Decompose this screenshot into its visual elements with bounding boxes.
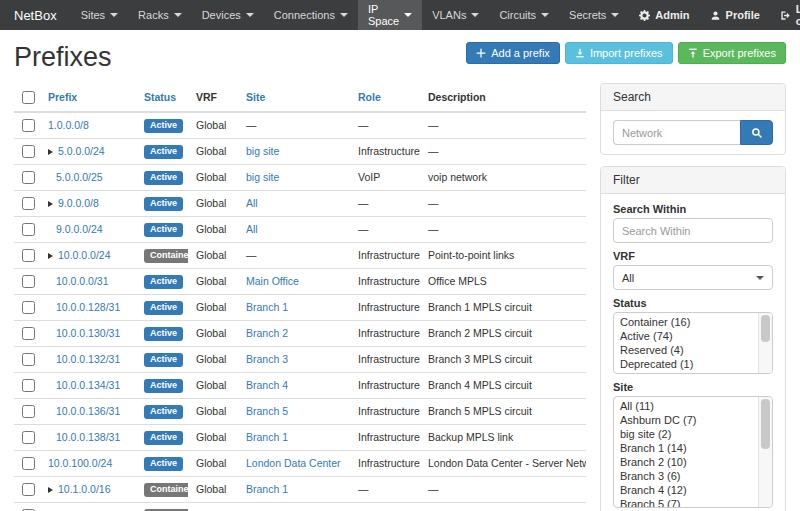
- role-cell: Infrastructure: [350, 502, 420, 511]
- column-sort-link[interactable]: Role: [358, 91, 381, 103]
- table-row: 5.0.0.0/24ActiveGlobalbig siteInfrastruc…: [14, 138, 586, 164]
- column-sort-link[interactable]: Status: [144, 91, 176, 103]
- nav-item-circuits[interactable]: Circuits: [489, 0, 559, 30]
- search-input[interactable]: [613, 120, 740, 145]
- row-checkbox[interactable]: [22, 457, 35, 470]
- column-header-status: Status: [136, 83, 188, 112]
- row-checkbox[interactable]: [22, 171, 35, 184]
- column-sort-link[interactable]: Site: [246, 91, 265, 103]
- status-badge: Active: [144, 301, 183, 315]
- filter-option[interactable]: All (11): [614, 399, 772, 413]
- prefix-link[interactable]: 10.0.0.128/31: [56, 301, 120, 313]
- status-cell: Active: [136, 398, 188, 424]
- brand[interactable]: NetBox: [0, 0, 71, 30]
- nav-item-racks[interactable]: Racks: [128, 0, 192, 30]
- log-out-link[interactable]: Log out: [770, 0, 800, 30]
- prefix-link[interactable]: 10.0.0.0/31: [56, 275, 109, 287]
- checkbox-cell: [14, 164, 40, 190]
- prefix-link[interactable]: 9.0.0.0/24: [56, 223, 103, 235]
- filter-option[interactable]: Branch 1 (14): [614, 441, 772, 455]
- scrollbar-thumb[interactable]: [761, 315, 770, 342]
- prefix-link[interactable]: 10.0.0.138/31: [56, 431, 120, 443]
- admin-link[interactable]: Admin: [629, 0, 699, 30]
- site-link[interactable]: Branch 5: [246, 405, 288, 417]
- row-checkbox[interactable]: [22, 301, 35, 314]
- nav-item-label: Devices: [202, 9, 241, 21]
- prefix-link[interactable]: 10.0.0.132/31: [56, 353, 120, 365]
- prefix-link[interactable]: 10.0.0.0/24: [58, 249, 111, 261]
- site-link[interactable]: Branch 1: [246, 431, 288, 443]
- row-checkbox[interactable]: [22, 405, 35, 418]
- prefix-link[interactable]: 10.0.0.134/31: [56, 379, 120, 391]
- status-badge: Active: [144, 405, 183, 419]
- filter-option[interactable]: Ashburn DC (7): [614, 413, 772, 427]
- filter-option[interactable]: Branch 3 (6): [614, 469, 772, 483]
- prefix-link[interactable]: 5.0.0.0/24: [58, 145, 105, 157]
- site-link[interactable]: Branch 1: [246, 483, 288, 495]
- profile-link[interactable]: Profile: [700, 0, 770, 30]
- prefix-link[interactable]: 10.0.100.0/24: [48, 457, 112, 469]
- scrollbar[interactable]: [758, 397, 772, 507]
- filter-option[interactable]: Active (74): [614, 329, 772, 343]
- scrollbar-thumb[interactable]: [761, 399, 770, 449]
- site-link[interactable]: All: [246, 197, 258, 209]
- filter-option[interactable]: Branch 5 (7): [614, 497, 772, 508]
- site-link[interactable]: London Data Center: [246, 457, 341, 469]
- add-a-prefix-button[interactable]: Add a prefix: [466, 42, 560, 64]
- prefix-link[interactable]: 1.0.0.0/8: [48, 119, 89, 131]
- nav-item-vlans[interactable]: VLANs: [422, 0, 489, 30]
- filter-option[interactable]: Branch 2 (10): [614, 455, 772, 469]
- nav-item-secrets[interactable]: Secrets: [559, 0, 629, 30]
- site-link[interactable]: big site: [246, 171, 279, 183]
- row-checkbox[interactable]: [22, 197, 35, 210]
- prefix-link[interactable]: 9.0.0.0/8: [58, 197, 99, 209]
- site-link[interactable]: All: [246, 223, 258, 235]
- prefix-link[interactable]: 10.0.0.130/31: [56, 327, 120, 339]
- row-checkbox[interactable]: [22, 431, 35, 444]
- filter-option[interactable]: Reserved (4): [614, 343, 772, 357]
- vrf-cell: Global: [188, 112, 238, 139]
- checkbox-cell: [14, 294, 40, 320]
- site-link[interactable]: Branch 2: [246, 327, 288, 339]
- row-checkbox[interactable]: [22, 249, 35, 262]
- nav-item-devices[interactable]: Devices: [192, 0, 264, 30]
- column-sort-link[interactable]: Prefix: [48, 91, 77, 103]
- row-checkbox[interactable]: [22, 145, 35, 158]
- row-checkbox[interactable]: [22, 119, 35, 132]
- select-all-checkbox[interactable]: [22, 91, 35, 104]
- filter-option[interactable]: big site (2): [614, 427, 772, 441]
- row-checkbox[interactable]: [22, 379, 35, 392]
- filter-option[interactable]: Deprecated (1): [614, 357, 772, 371]
- nav-item-ip-space[interactable]: IP Space: [358, 0, 422, 30]
- nav-item-connections[interactable]: Connections: [264, 0, 358, 30]
- row-checkbox[interactable]: [22, 483, 35, 496]
- prefix-link[interactable]: 5.0.0.0/25: [56, 171, 103, 183]
- description-cell: —: [420, 190, 586, 216]
- site-link[interactable]: big site: [246, 145, 279, 157]
- site-link[interactable]: Main Office: [246, 275, 299, 287]
- site-link[interactable]: Branch 3: [246, 353, 288, 365]
- status-filter-list[interactable]: Container (16)Active (74)Reserved (4)Dep…: [613, 312, 773, 374]
- filter-option[interactable]: Branch 4 (12): [614, 483, 772, 497]
- vrf-select[interactable]: All: [613, 265, 773, 290]
- status-cell: Active: [136, 450, 188, 476]
- description-cell: Backup MPLS link: [420, 424, 586, 450]
- prefix-link[interactable]: 10.1.0.0/16: [58, 483, 111, 495]
- chevron-down-icon: [174, 13, 182, 17]
- search-within-input[interactable]: [613, 218, 773, 243]
- import-prefixes-button[interactable]: Import prefixes: [565, 42, 673, 64]
- prefix-link[interactable]: 10.0.0.136/31: [56, 405, 120, 417]
- role-cell: Infrastructure: [350, 320, 420, 346]
- row-checkbox[interactable]: [22, 353, 35, 366]
- row-checkbox[interactable]: [22, 275, 35, 288]
- search-button[interactable]: [740, 120, 773, 145]
- scrollbar[interactable]: [758, 313, 772, 373]
- row-checkbox[interactable]: [22, 223, 35, 236]
- site-link[interactable]: Branch 1: [246, 301, 288, 313]
- export-prefixes-button[interactable]: Export prefixes: [678, 42, 786, 64]
- site-link[interactable]: Branch 4: [246, 379, 288, 391]
- nav-item-sites[interactable]: Sites: [71, 0, 128, 30]
- site-filter-list[interactable]: All (11)Ashburn DC (7)big site (2)Branch…: [613, 396, 773, 508]
- filter-option[interactable]: Container (16): [614, 315, 772, 329]
- row-checkbox[interactable]: [22, 327, 35, 340]
